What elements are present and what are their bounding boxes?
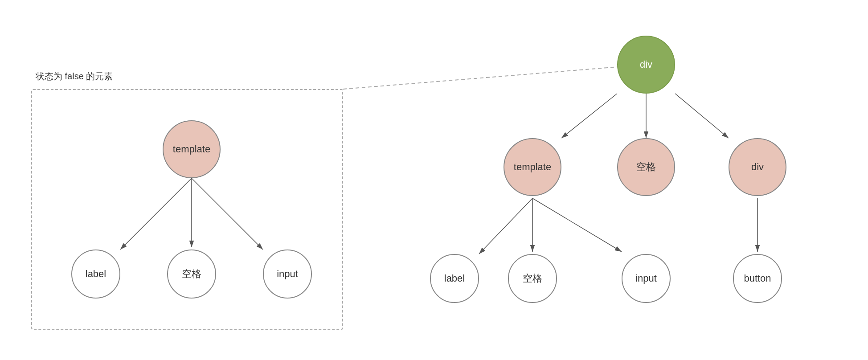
left-input-node: input — [263, 250, 312, 299]
diagram-container: 状态为 false 的元素 template label 空格 input di… — [0, 0, 868, 360]
left-template-node: template — [163, 120, 221, 178]
right-div-level2-node: div — [729, 138, 786, 196]
false-state-label: 状态为 false 的元素 — [36, 70, 113, 82]
right-space-level2-node: 空格 — [617, 138, 675, 196]
right-label-node: label — [430, 254, 479, 303]
dashed-connector-line — [343, 65, 646, 89]
svg-line-7 — [479, 198, 532, 254]
svg-line-4 — [561, 94, 617, 138]
right-input-node: input — [622, 254, 671, 303]
svg-line-6 — [675, 94, 729, 138]
right-space-node: 空格 — [508, 254, 557, 303]
right-div-root-node: div — [617, 36, 675, 94]
right-button-node: button — [733, 254, 782, 303]
left-space-node: 空格 — [167, 250, 216, 299]
right-template-node: template — [504, 138, 561, 196]
svg-line-9 — [532, 198, 622, 252]
left-label-node: label — [71, 250, 120, 299]
